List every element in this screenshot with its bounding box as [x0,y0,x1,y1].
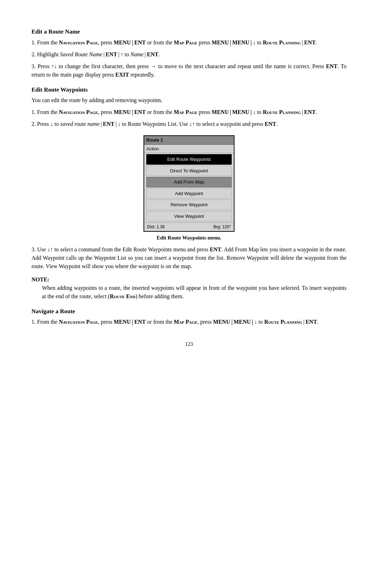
nav-page-ref-3: Navigation Page [59,319,98,325]
heading-edit-route-waypoints: Edit Route Waypoints [31,85,346,94]
page-number: 123 [31,340,346,348]
nav-page-ref-2: Navigation Page [59,109,98,115]
menu-keys-1: MENU | MENU | ↓ [212,40,256,45]
menu-ent-key-3: MENU | ENT [114,319,146,325]
menu-item-view-waypoint[interactable]: View Waypoint [146,211,232,222]
menu-subheader: Action [144,145,234,153]
map-page-ref-3: Map Page [174,319,197,325]
note-text: When adding waypoints to a route, the in… [31,284,346,301]
ern-paragraph-3: 3. Press ↑↓ to change the first characte… [31,62,346,79]
menu-item-remove-waypoint[interactable]: Remove Waypoint [146,200,232,210]
nav-page-ref-1: Navigation Page [59,40,98,45]
menu-item-direct-to-waypoint[interactable]: Direct To Waypoint [146,166,232,176]
menu-item-edit-route-waypoints[interactable]: Edit Route Waypoints [146,154,232,165]
menu-keys-3: MENU | MENU | ↓ [213,319,257,325]
post-menu-paragraph-1: 3. Use ↓↑ to select a command from the E… [31,245,346,271]
ent-key-8: ENT [210,246,221,252]
menu-keys-2: MENU | MENU | ↓ [212,109,256,115]
route-planning-ref-3: Route Planning [264,319,302,325]
menu-header: Route 1 [144,136,234,145]
nr-paragraph-1: 1. From the Navigation Page, press MENU … [31,318,346,326]
menu-dist: Dist: 1.36 [147,224,165,230]
note-section: NOTE: When adding waypoints to a route, … [31,275,346,301]
ent-key-1: ENT [304,40,316,45]
menu-caption: Edit Route Waypoints menu. [157,234,222,242]
ern-paragraph-2: 2. Highlight Saved Route Name | ENT | ↑ … [31,50,346,59]
ent-key-4: ENT [326,63,337,69]
ent-key-6: ENT [103,121,114,127]
ent-key-7: ENT [265,121,276,127]
menu-brg: Brg: 120° [214,224,231,230]
ern-paragraph-1: 1. From the Navigation Page, press MENU … [31,38,346,47]
ent-key-9: ENT [306,319,317,325]
menu-item-add-from-map[interactable]: Add From Map [146,177,232,187]
heading-edit-route-name: Edit a Route Name [31,27,346,36]
menu-box: Route 1 Action Edit Route Waypoints Dire… [144,135,234,232]
map-page-ref-1: Map Page [174,40,197,45]
page-content: Edit a Route Name 1. From the Navigation… [31,27,346,348]
menu-footer: Dist: 1.36 Brg: 120° [144,222,234,231]
menu-item-add-waypoint[interactable]: Add Waypoint [146,188,232,199]
map-page-ref-2: Map Page [174,109,197,115]
name-label: Name [131,51,144,57]
saved-route-name-ref: saved route name [60,121,99,127]
ent-key-3: ENT [147,51,159,57]
erw-paragraph-2: 1. From the Navigation Page, press MENU … [31,108,346,116]
ent-key-5: ENT [304,109,316,115]
route-planning-ref-2: Route Planning [263,109,301,115]
route-end-ref: Route End [110,293,135,299]
ent-key-2: ENT [106,51,117,57]
route-planning-ref-1: Route Planning [263,40,301,45]
menu-ent-key-2: MENU | ENT [114,109,146,115]
saved-route-name-label: Saved Route Name [60,51,102,57]
menu-ent-key-1: MENU | ENT [114,40,146,45]
erw-paragraph-1: You can edit the route by adding and rem… [31,96,346,105]
route-action-menu: Route 1 Action Edit Route Waypoints Dire… [31,135,346,242]
erw-paragraph-3: 2. Press ↓ to saved route name | ENT | ↓… [31,120,346,128]
note-label: NOTE: [31,277,49,282]
exit-key-1: EXIT [115,72,129,78]
heading-navigate-route: Navigate a Route [31,307,346,316]
